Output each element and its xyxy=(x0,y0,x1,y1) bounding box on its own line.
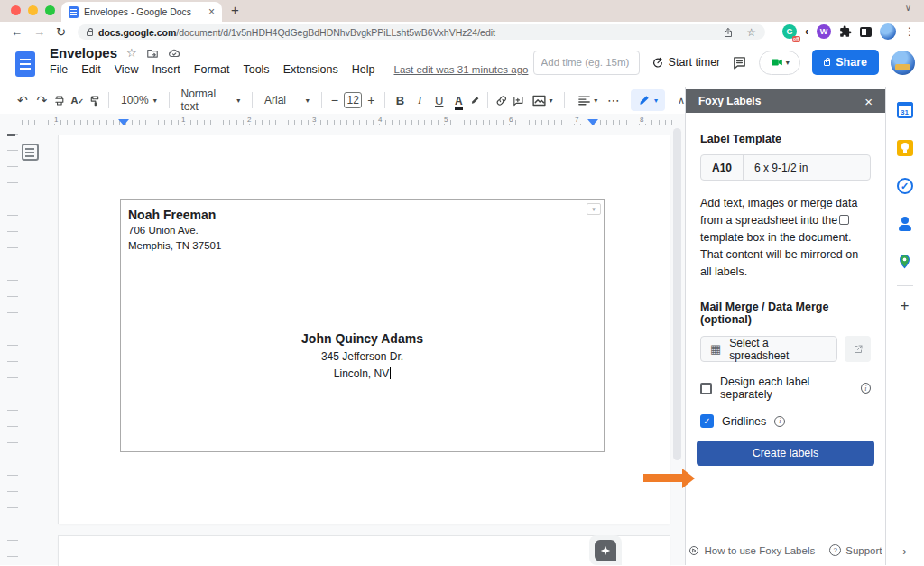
create-labels-button[interactable]: Create labels xyxy=(697,441,874,466)
underline-icon[interactable]: U xyxy=(431,94,448,107)
show-outline-icon[interactable] xyxy=(22,144,39,161)
side-panel-icon[interactable] xyxy=(860,27,872,37)
contacts-icon[interactable] xyxy=(897,216,913,232)
envelope-table-cell[interactable]: ▾ Noah Freeman 706 Union Ave. Memphis, T… xyxy=(120,199,605,452)
explore-button[interactable] xyxy=(589,535,622,565)
select-spreadsheet-button[interactable]: ▦ Select a spreadsheet xyxy=(700,336,837,362)
share-page-icon[interactable] xyxy=(723,27,734,38)
meet-button[interactable]: ▾ xyxy=(759,51,800,75)
menu-insert[interactable]: Insert xyxy=(152,63,180,76)
bookmark-star-icon[interactable]: ☆ xyxy=(746,26,756,39)
forward-icon[interactable]: → xyxy=(33,25,45,39)
hide-side-panel-icon[interactable]: › xyxy=(902,544,906,558)
insert-link-icon[interactable] xyxy=(495,93,508,108)
vertical-ruler[interactable] xyxy=(7,128,18,565)
spellcheck-icon[interactable]: A✓ xyxy=(69,95,86,106)
font-select[interactable]: Arial▾ xyxy=(260,94,314,107)
redo-icon[interactable]: ↷ xyxy=(34,93,51,107)
design-separately-row[interactable]: Design each label separately i xyxy=(700,376,871,401)
how-to-link[interactable]: How to use Foxy Labels xyxy=(688,545,815,556)
italic-icon[interactable]: I xyxy=(411,93,428,107)
document-title[interactable]: Envelopes xyxy=(50,45,117,60)
address-bar[interactable]: docs.google.com/document/d/1v5nHDH4QdGeg… xyxy=(78,24,765,40)
right-indent-marker[interactable] xyxy=(587,119,598,125)
design-separately-checkbox[interactable] xyxy=(700,383,712,394)
google-docs-logo[interactable] xyxy=(15,51,35,77)
move-folder-icon[interactable] xyxy=(146,47,159,60)
gridlines-checkbox[interactable]: ✓ xyxy=(700,414,714,428)
browser-profile-avatar[interactable] xyxy=(880,23,896,40)
browser-tab[interactable]: Envelopes - Google Docs × xyxy=(61,2,222,22)
star-document-icon[interactable]: ☆ xyxy=(126,46,137,60)
tab-close-icon[interactable]: × xyxy=(208,5,215,18)
calendar-icon[interactable]: 31 xyxy=(897,102,913,118)
menu-edit[interactable]: Edit xyxy=(81,63,101,76)
template-box-glyph xyxy=(839,215,849,225)
font-size-increase-icon[interactable]: + xyxy=(365,93,377,107)
info-icon[interactable]: i xyxy=(774,416,785,427)
comment-history-icon[interactable] xyxy=(732,55,747,70)
browser-menu-icon[interactable]: ⋮ xyxy=(904,25,915,38)
paragraph-style-select[interactable]: Normal text▾ xyxy=(176,88,245,113)
menu-tools[interactable]: Tools xyxy=(243,63,269,76)
tasks-icon[interactable]: ✓ xyxy=(897,178,913,194)
align-button[interactable]: ▾ xyxy=(572,93,602,108)
label-template-selector[interactable]: A10 6 x 9-1/2 in xyxy=(700,154,871,181)
account-avatar[interactable] xyxy=(891,51,915,75)
undo-icon[interactable]: ↶ xyxy=(14,93,31,107)
gridlines-row[interactable]: ✓ Gridlines i xyxy=(700,414,871,428)
menu-view[interactable]: View xyxy=(115,63,139,76)
zoom-select[interactable]: 100%▾ xyxy=(116,94,162,107)
font-size-decrease-icon[interactable]: − xyxy=(329,93,341,107)
grammarly-icon[interactable]: Goff xyxy=(782,24,797,39)
sender-address-block[interactable]: Noah Freeman 706 Union Ave. Memphis, TN … xyxy=(128,207,221,254)
menu-file[interactable]: File xyxy=(50,63,68,76)
font-size-value[interactable]: 12 xyxy=(344,92,362,108)
text-color-icon[interactable]: A xyxy=(451,93,467,107)
highlight-color-icon[interactable] xyxy=(470,94,480,107)
screen: Envelopes - Google Docs × + ∨ ← → ↻ docs… xyxy=(0,0,924,566)
insert-image-button[interactable]: ▾ xyxy=(527,93,557,108)
last-edit-link[interactable]: Last edit was 31 minutes ago xyxy=(394,64,529,75)
print-icon[interactable] xyxy=(53,93,66,108)
table-cell-dropdown-icon[interactable]: ▾ xyxy=(587,203,601,215)
document-page-2[interactable] xyxy=(59,536,670,566)
start-timer-button[interactable]: Start timer xyxy=(651,56,721,69)
bold-icon[interactable]: B xyxy=(393,94,409,107)
more-toolbar-icon[interactable]: ⋯ xyxy=(605,93,622,107)
share-button[interactable]: Share xyxy=(812,50,879,75)
menu-help[interactable]: Help xyxy=(352,63,375,76)
document-column: ↶ ↷ A✓ 100%▾ Normal text▾ Arial▾ − 12 + … xyxy=(0,87,685,565)
document-scrollbar[interactable] xyxy=(673,128,681,460)
ruler-number: 7 xyxy=(572,116,581,124)
extensions-puzzle-icon[interactable] xyxy=(839,25,852,38)
back-icon[interactable]: ← xyxy=(11,25,23,39)
add-comment-icon[interactable] xyxy=(512,93,524,108)
recipient-address-block[interactable]: John Quincy Adams 345 Jefferson Dr. Linc… xyxy=(121,329,604,383)
menu-format[interactable]: Format xyxy=(194,63,230,76)
tab-search-chevron-icon[interactable]: ∨ xyxy=(905,3,911,13)
add-time-input[interactable] xyxy=(533,51,640,75)
hide-menus-icon[interactable]: ∧ xyxy=(678,95,685,107)
wordtune-icon[interactable]: W xyxy=(817,24,831,39)
close-panel-icon[interactable]: × xyxy=(864,94,873,109)
left-indent-marker[interactable] xyxy=(118,119,129,125)
minimize-window-icon[interactable] xyxy=(28,5,38,15)
zoom-window-icon[interactable] xyxy=(45,5,55,15)
paint-format-icon[interactable] xyxy=(89,93,102,108)
menu-extensions[interactable]: Extensions xyxy=(283,63,338,76)
document-page-1[interactable]: ▾ Noah Freeman 706 Union Ave. Memphis, T… xyxy=(59,135,670,524)
editing-mode-button[interactable]: ▾ xyxy=(631,89,665,111)
info-icon[interactable]: i xyxy=(861,383,871,394)
horizontal-ruler[interactable]: 1 1 2 3 4 5 6 7 8 xyxy=(0,114,685,128)
reload-icon[interactable]: ↻ xyxy=(56,25,66,39)
angle-extension-icon[interactable]: ‹ xyxy=(805,25,808,38)
new-tab-button[interactable]: + xyxy=(231,2,239,17)
support-link[interactable]: ? Support xyxy=(829,544,882,556)
maps-icon[interactable] xyxy=(897,254,912,269)
open-spreadsheet-button[interactable] xyxy=(845,336,871,362)
close-window-icon[interactable] xyxy=(11,5,21,15)
panel-footer: How to use Foxy Labels ? Support xyxy=(686,544,885,556)
keep-icon[interactable] xyxy=(897,140,913,156)
get-addons-icon[interactable]: + xyxy=(901,297,910,315)
